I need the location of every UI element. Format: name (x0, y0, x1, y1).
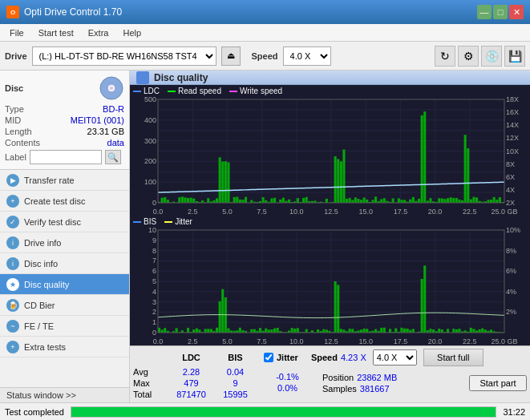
disc-contents-row: Contents data (5, 138, 124, 147)
mid-label: MID (5, 115, 21, 125)
stats-columns: LDC BIS (133, 353, 257, 362)
speed-display: Speed 4.23 X (311, 353, 366, 362)
bis-header: BIS (213, 353, 257, 362)
nav-disc-info[interactable]: i Disc info (0, 253, 129, 274)
drive-info-icon: i (6, 236, 19, 249)
menu-start-test[interactable]: Start test (32, 26, 80, 39)
write-speed-legend: Write speed (229, 87, 282, 95)
speed-label: Speed (252, 51, 278, 61)
close-button[interactable]: ✕ (509, 5, 524, 19)
nav-create-test-disc[interactable]: + Create test disc (0, 191, 129, 212)
bis-chart: BIS Jitter (130, 216, 530, 345)
jitter-label: Jitter (277, 353, 298, 362)
maximize-button[interactable]: □ (493, 5, 508, 19)
content-wrapper: Disc quality LDC Read speed (130, 71, 530, 402)
stats-data-rows: Avg Max Total 2.28 479 871470 0.04 9 159… (133, 366, 527, 400)
start-part-button[interactable]: Start part (469, 375, 527, 391)
status-bar: Test completed 31:22 (0, 402, 530, 420)
label-icon-button[interactable]: 🔍 (105, 150, 121, 164)
stat-col-empty (133, 353, 169, 362)
bis-total: 15995 (213, 389, 257, 400)
max-row-label: Max (133, 378, 169, 389)
nav-cd-bier[interactable]: 🍺 CD Bier (0, 295, 129, 316)
cd-bier-icon: 🍺 (6, 299, 19, 312)
jitter-avg: -0.1% (265, 371, 310, 382)
disc-quality-icon: ★ (6, 278, 19, 291)
nav-drive-info[interactable]: i Drive info (0, 232, 129, 253)
settings-icon[interactable]: ⚙ (458, 46, 479, 67)
title-bar: O Opti Drive Control 1.70 — □ ✕ (0, 0, 530, 24)
menu-bar: File Start test Extra Help (0, 24, 530, 42)
minimize-button[interactable]: — (477, 5, 492, 19)
disc-icon[interactable]: 💿 (481, 46, 502, 67)
write-speed-legend-label: Write speed (240, 87, 282, 95)
start-full-button[interactable]: Start full (423, 349, 483, 366)
ldc-header: LDC (169, 353, 213, 362)
label-input[interactable] (30, 150, 102, 164)
verify-test-disc-icon: ✓ (6, 216, 19, 228)
label-label: Label (5, 152, 26, 162)
ldc-legend-dot (133, 91, 141, 92)
disc-label-row: Label 🔍 (5, 150, 124, 164)
bis-values: 0.04 9 15995 (213, 366, 257, 400)
nav-disc-info-label: Disc info (24, 259, 58, 269)
svg-point-2 (110, 87, 113, 90)
nav-verify-test-disc[interactable]: ✓ Verify test disc (0, 212, 129, 232)
speed-select[interactable]: 4.0 X (283, 46, 331, 66)
jitter-legend-dot (164, 221, 172, 223)
bis-legend-label: BIS (144, 217, 156, 226)
eject-button[interactable]: ⏏ (221, 46, 241, 66)
drive-label: Drive (5, 51, 27, 61)
status-window-button[interactable]: Status window >> (0, 387, 129, 402)
chart1-legend: LDC Read speed Write speed (133, 87, 282, 95)
menu-help[interactable]: Help (116, 26, 148, 39)
nav-disc-quality[interactable]: ★ Disc quality (0, 274, 129, 295)
read-speed-legend-label: Read speed (178, 87, 221, 95)
save-icon[interactable]: 💾 (504, 46, 525, 67)
disc-length-row: Length 23.31 GB (5, 127, 124, 136)
menu-extra[interactable]: Extra (82, 26, 115, 39)
progress-fill (71, 407, 496, 417)
stats-row-1: LDC BIS Jitter Speed 4.23 X 4.0 X Start (133, 349, 527, 366)
position-row: Position 23862 MB (322, 372, 397, 383)
nav-items: ▶ Transfer rate + Create test disc ✓ Ver… (0, 170, 129, 357)
menu-file[interactable]: File (3, 26, 30, 39)
nav-transfer-rate[interactable]: ▶ Transfer rate (0, 170, 129, 191)
bis-legend-dot (133, 221, 141, 223)
jitter-legend: Jitter (164, 217, 192, 226)
nav-transfer-rate-label: Transfer rate (24, 176, 75, 185)
nav-disc-quality-label: Disc quality (24, 280, 69, 289)
stats-panel: LDC BIS Jitter Speed 4.23 X 4.0 X Start (130, 345, 530, 402)
main-layout: Disc Type BD-R MID MEIT01 (001) Length 2… (0, 71, 530, 402)
nav-extra-tests[interactable]: + Extra tests (0, 337, 129, 357)
nav-fe-te-label: FE / TE (24, 321, 54, 331)
disc-type-row: Type BD-R (5, 104, 124, 114)
transfer-rate-icon: ▶ (6, 174, 19, 187)
nav-fe-te[interactable]: ~ FE / TE (0, 316, 129, 337)
contents-value: data (107, 138, 124, 147)
jitter-checkbox[interactable] (264, 353, 273, 362)
length-label: Length (5, 127, 32, 136)
disc-quality-header-icon (136, 71, 149, 84)
sidebar: Disc Type BD-R MID MEIT01 (001) Length 2… (0, 71, 130, 402)
row-labels: Avg Max Total (133, 366, 169, 400)
chart2-legend: BIS Jitter (133, 217, 192, 226)
app-title: Opti Drive Control 1.70 (24, 6, 122, 18)
bis-chart-canvas (130, 216, 530, 345)
nav-verify-test-disc-label: Verify test disc (24, 217, 81, 227)
ldc-avg: 2.28 (169, 366, 213, 378)
drive-select[interactable]: (L:) HL-DT-ST BD-RE WH16NS58 TST4 (32, 46, 216, 66)
disc-header: Disc (5, 75, 124, 101)
read-speed-legend-dot (168, 91, 176, 92)
samples-row: Samples 381667 (322, 383, 397, 394)
bis-avg: 0.04 (213, 366, 257, 378)
jitter-max: 0.0% (265, 382, 310, 394)
disc-mid-row: MID MEIT01 (001) (5, 115, 124, 125)
position-samples: Position 23862 MB Samples 381667 (322, 372, 397, 394)
app-icon: O (6, 6, 19, 18)
speed-dropdown[interactable]: 4.0 X (373, 349, 417, 365)
disc-panel: Disc Type BD-R MID MEIT01 (001) Length 2… (0, 71, 129, 170)
ldc-chart-canvas (130, 85, 530, 216)
refresh-icon[interactable]: ↻ (435, 46, 455, 67)
jitter-values: -0.1% 0.0% (265, 371, 310, 395)
